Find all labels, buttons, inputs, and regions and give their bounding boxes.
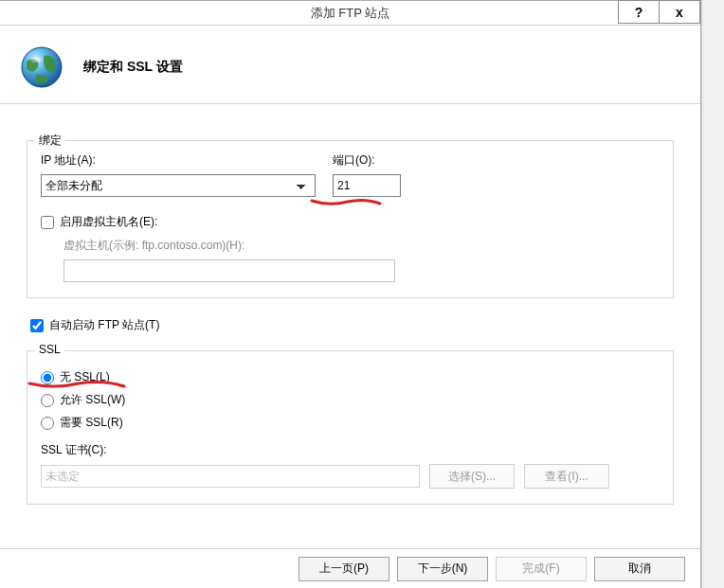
globe-icon (19, 45, 64, 90)
close-button[interactable]: x (659, 0, 700, 24)
ssl-legend: SSL (35, 343, 64, 356)
binding-fieldset: 绑定 IP 地址(A): 全部未分配 端口(O): 启用虚拟主机名(E (27, 140, 674, 298)
next-button[interactable]: 下一步(N) (397, 557, 488, 581)
prev-button[interactable]: 上一页(P) (299, 557, 389, 581)
cancel-button[interactable]: 取消 (594, 557, 685, 581)
titlebar: 添加 FTP 站点 ? x (0, 1, 700, 26)
window-title: 添加 FTP 站点 (311, 5, 390, 22)
enable-vhost-checkbox[interactable] (41, 216, 54, 229)
wizard-footer: 上一页(P) 下一步(N) 完成(F) 取消 (0, 548, 700, 588)
outer-background-strip (701, 0, 724, 588)
ip-address-select[interactable]: 全部未分配 (41, 174, 316, 197)
finish-button: 完成(F) (496, 557, 587, 581)
no-ssl-radio[interactable] (41, 371, 54, 384)
page-header: 绑定和 SSL 设置 (0, 26, 700, 104)
require-ssl-label: 需要 SSL(R) (60, 415, 123, 431)
svg-point-1 (30, 57, 42, 62)
annotation-port-underline (310, 195, 386, 208)
require-ssl-radio[interactable] (41, 417, 54, 430)
select-cert-button: 选择(S)... (429, 464, 515, 489)
ssl-cert-label: SSL 证书(C): (41, 442, 660, 458)
autostart-label: 自动启动 FTP 站点(T) (49, 317, 159, 333)
vhost-input (63, 259, 395, 282)
vhost-label: 虚拟主机(示例: ftp.contoso.com)(H): (63, 239, 244, 252)
no-ssl-label: 无 SSL(L) (60, 369, 110, 385)
autostart-checkbox[interactable] (30, 319, 44, 332)
allow-ssl-radio[interactable] (41, 394, 54, 407)
ssl-cert-select: 未选定 (41, 465, 420, 488)
page-title: 绑定和 SSL 设置 (83, 59, 183, 76)
allow-ssl-label: 允许 SSL(W) (60, 392, 125, 408)
ip-address-label: IP 地址(A): (41, 152, 316, 169)
binding-legend: 绑定 (35, 133, 65, 149)
view-cert-button: 查看(I)... (524, 464, 609, 489)
port-label: 端口(O): (333, 152, 401, 169)
help-button[interactable]: ? (618, 0, 660, 24)
enable-vhost-label: 启用虚拟主机名(E): (60, 214, 157, 230)
titlebar-buttons: ? x (619, 0, 700, 25)
port-input[interactable] (333, 174, 401, 197)
ssl-fieldset: SSL 无 SSL(L) 允许 SSL(W) 需要 SSL(R) SSL 证书(… (27, 350, 674, 505)
